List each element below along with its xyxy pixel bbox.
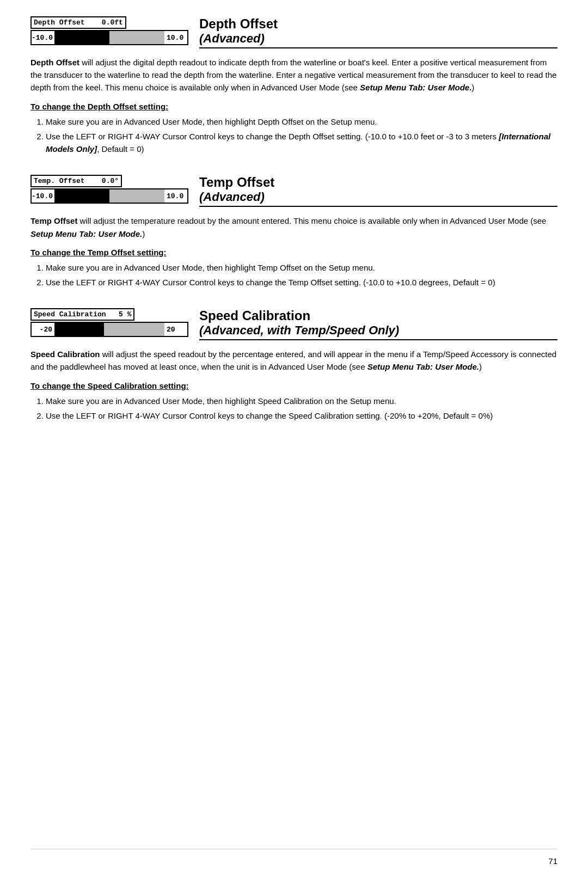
temp-offset-header: Temp. Offset 0.0° -10.0 10.0 Temp Offset… bbox=[30, 175, 558, 207]
temp-offset-step-1: Make sure you are in Advanced User Mode,… bbox=[46, 261, 558, 274]
temp-offset-bold: Temp Offset bbox=[30, 216, 77, 225]
speed-calibration-subtitle: (Advanced, with Temp/Speed Only) bbox=[199, 323, 558, 337]
speed-calibration-menu-box: Speed Calibration 5 % bbox=[30, 308, 134, 321]
temp-offset-slider-min: -10.0 bbox=[32, 192, 54, 200]
speed-calibration-step-1: Make sure you are in Advanced User Mode,… bbox=[46, 395, 558, 407]
temp-offset-step-2: Use the LEFT or RIGHT 4-WAY Cursor Contr… bbox=[46, 276, 558, 289]
temp-offset-widget-value: 0.0° bbox=[102, 177, 119, 185]
speed-calibration-title: Speed Calibration bbox=[199, 308, 558, 323]
depth-offset-section: Depth Offset 0.0ft -10.0 10.0 Depth Offs… bbox=[30, 16, 558, 155]
speed-calibration-steps: Make sure you are in Advanced User Mode,… bbox=[46, 395, 558, 422]
depth-offset-slider-max: 10.0 bbox=[164, 34, 187, 42]
depth-offset-step-2: Use the LEFT or RIGHT 4-WAY Cursor Contr… bbox=[46, 130, 558, 156]
depth-offset-widget-label: Depth Offset bbox=[34, 19, 85, 27]
temp-offset-widget-label: Temp. Offset bbox=[34, 177, 85, 185]
depth-offset-body-text: will adjust the digital depth readout to… bbox=[30, 58, 556, 93]
temp-offset-thumb bbox=[109, 189, 164, 203]
speed-calibration-track[interactable] bbox=[54, 323, 164, 336]
depth-offset-steps: Make sure you are in Advanced User Mode,… bbox=[46, 115, 558, 156]
depth-offset-change-heading: To change the Depth Offset setting: bbox=[30, 102, 558, 111]
speed-calibration-header: Speed Calibration 5 % -20 20 Speed Calib… bbox=[30, 308, 558, 340]
temp-offset-widget: Temp. Offset 0.0° -10.0 10.0 bbox=[30, 175, 188, 204]
temp-offset-body: Temp Offset will adjust the temperature … bbox=[30, 215, 558, 240]
depth-offset-title-block: Depth Offset (Advanced) bbox=[199, 16, 558, 48]
temp-offset-change-heading: To change the Temp Offset setting: bbox=[30, 248, 558, 257]
depth-offset-slider[interactable]: -10.0 10.0 bbox=[30, 30, 188, 45]
temp-offset-slider[interactable]: -10.0 10.0 bbox=[30, 188, 188, 204]
depth-offset-menu-box: Depth Offset 0.0ft bbox=[30, 16, 126, 29]
temp-offset-subtitle: (Advanced) bbox=[199, 190, 558, 204]
speed-calibration-title-block: Speed Calibration (Advanced, with Temp/S… bbox=[199, 308, 558, 340]
page-number: 71 bbox=[548, 856, 558, 866]
temp-offset-track[interactable] bbox=[54, 189, 164, 203]
temp-offset-title: Temp Offset bbox=[199, 175, 558, 190]
depth-offset-header: Depth Offset 0.0ft -10.0 10.0 Depth Offs… bbox=[30, 16, 558, 48]
depth-offset-title: Depth Offset bbox=[199, 16, 558, 32]
speed-calibration-body: Speed Calibration will adjust the speed … bbox=[30, 348, 558, 373]
speed-calibration-slider-max: 20 bbox=[164, 326, 187, 334]
depth-offset-thumb bbox=[109, 31, 164, 44]
temp-offset-title-block: Temp Offset (Advanced) bbox=[199, 175, 558, 207]
speed-calibration-section: Speed Calibration 5 % -20 20 Speed Calib… bbox=[30, 308, 558, 422]
temp-offset-section: Temp. Offset 0.0° -10.0 10.0 Temp Offset… bbox=[30, 175, 558, 289]
speed-calibration-thumb bbox=[104, 323, 164, 336]
speed-calibration-change-heading: To change the Speed Calibration setting: bbox=[30, 381, 558, 390]
temp-offset-menu-box: Temp. Offset 0.0° bbox=[30, 175, 122, 187]
speed-calibration-step-2: Use the LEFT or RIGHT 4-WAY Cursor Contr… bbox=[46, 409, 558, 422]
temp-offset-slider-max: 10.0 bbox=[164, 192, 187, 200]
depth-offset-widget: Depth Offset 0.0ft -10.0 10.0 bbox=[30, 16, 188, 45]
depth-offset-subtitle: (Advanced) bbox=[199, 32, 558, 45]
bottom-rule bbox=[30, 849, 558, 849]
speed-calibration-widget-label: Speed Calibration bbox=[34, 310, 106, 318]
temp-offset-steps: Make sure you are in Advanced User Mode,… bbox=[46, 261, 558, 289]
speed-calibration-body-text: will adjust the speed readout by the per… bbox=[30, 350, 556, 371]
depth-offset-widget-value: 0.0ft bbox=[102, 19, 123, 27]
speed-calibration-widget: Speed Calibration 5 % -20 20 bbox=[30, 308, 188, 337]
speed-calibration-slider-min: -20 bbox=[32, 326, 54, 334]
depth-offset-step-1: Make sure you are in Advanced User Mode,… bbox=[46, 115, 558, 128]
temp-offset-body-text: will adjust the temperature readout by t… bbox=[30, 216, 546, 238]
depth-offset-slider-min: -10.0 bbox=[32, 34, 54, 42]
speed-calibration-slider[interactable]: -20 20 bbox=[30, 322, 188, 337]
depth-offset-body: Depth Offset will adjust the digital dep… bbox=[30, 56, 558, 94]
depth-offset-bold: Depth Offset bbox=[30, 58, 79, 67]
speed-calibration-bold: Speed Calibration bbox=[30, 350, 100, 359]
depth-offset-track[interactable] bbox=[54, 31, 164, 44]
speed-calibration-widget-value: 5 % bbox=[119, 310, 131, 318]
